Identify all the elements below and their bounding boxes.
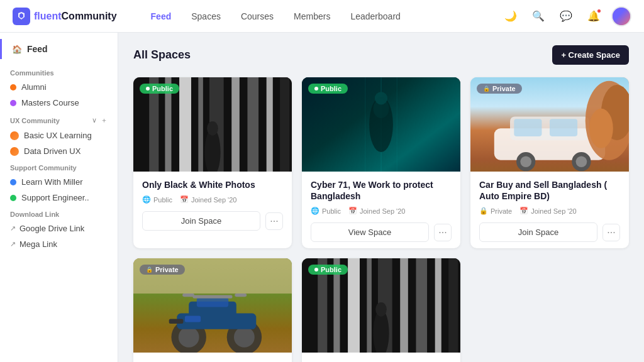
ux-chevron-icon[interactable]: ∨: [92, 116, 97, 124]
view-space-button-cyber71[interactable]: View Space: [311, 222, 429, 242]
svg-rect-54: [435, 258, 441, 353]
sidebar-item-alumni-label: Alumni: [21, 82, 47, 92]
ux-add-icon[interactable]: ＋: [101, 116, 108, 125]
globe-icon: 🌐: [142, 195, 151, 204]
nav-item-spaces[interactable]: Spaces: [182, 8, 230, 25]
bell-icon[interactable]: 🔔: [584, 6, 604, 26]
svg-rect-53: [416, 258, 427, 353]
nav-item-feed[interactable]: Feed: [142, 8, 180, 25]
sidebar-item-learn-miller-label: Learn With Miller: [21, 177, 83, 187]
page-title: All Spaces: [133, 48, 191, 62]
sidebar-item-support-engineer[interactable]: Support Engineer..: [0, 190, 118, 206]
sidebar-item-learn-miller[interactable]: Learn With Miller: [0, 174, 118, 190]
svg-rect-33: [133, 258, 292, 293]
card-bw-photos-title: Only Black & White Photos: [142, 179, 283, 190]
logo-icon: [13, 8, 30, 25]
card-car-bd: 🔒 Private: [470, 77, 629, 248]
nav-item-leaderboard[interactable]: Leaderboard: [341, 8, 409, 25]
nav: Feed Spaces Courses Members Leaderboard: [142, 8, 501, 25]
avatar[interactable]: [611, 6, 631, 26]
card-bw-photos-body: Only Black & White Photos 🌐 Public 📅 Joi…: [133, 172, 292, 237]
home-icon: 🏠: [12, 45, 22, 54]
card-lifan-image: 🔒 Private: [133, 258, 292, 353]
card-cyber71-body: Cyber 71, We Work to protect Bangladesh …: [302, 172, 460, 248]
more-options-button-bw[interactable]: ···: [265, 212, 283, 230]
chat-icon[interactable]: 💬: [556, 6, 576, 26]
svg-rect-4: [198, 77, 203, 172]
public-badge-dot: [146, 87, 150, 90]
card-car-joined: 📅 Joined Sep '20: [519, 207, 576, 215]
join-space-button-car[interactable]: Join Space: [479, 222, 597, 242]
spaces-grid: Public: [133, 77, 629, 362]
basic-ux-avatar: [10, 131, 19, 140]
svg-point-35: [179, 327, 199, 348]
more-options-button-car[interactable]: ···: [602, 224, 620, 241]
search-icon[interactable]: 🔍: [528, 6, 548, 26]
card-lifan: 🔒 Private: [133, 258, 292, 362]
card-cyber71: Public: [302, 77, 460, 248]
card-car-badge-label: Private: [492, 85, 516, 92]
nav-item-courses[interactable]: Courses: [232, 8, 282, 25]
support-engineer-dot: [10, 195, 16, 201]
svg-rect-43: [193, 295, 233, 299]
card-cyber71-visibility: 🌐 Public: [311, 207, 341, 215]
dark-mode-icon[interactable]: 🌙: [501, 6, 521, 26]
lock-icon-2: 🔒: [479, 207, 488, 215]
create-space-button[interactable]: + Create Space: [552, 45, 629, 65]
header: fluentCommunity Feed Spaces Courses Memb…: [0, 0, 644, 33]
sidebar-item-support-engineer-label: Support Engineer..: [21, 193, 89, 202]
svg-point-28: [576, 156, 587, 167]
card-car-meta: 🔒 Private 📅 Joined Sep '20: [479, 207, 620, 215]
sidebar-item-basic-ux[interactable]: Basic UX Learning: [0, 128, 118, 143]
svg-point-31: [589, 109, 613, 148]
sidebar-item-mega-link[interactable]: ↗ Mega Link: [0, 236, 118, 252]
sidebar-item-masters[interactable]: Masters Course: [0, 95, 118, 111]
header-actions: 🌙 🔍 💬 🔔: [501, 6, 631, 26]
card-car-body: Car Buy and Sell Bangladesh ( Auto Empir…: [470, 172, 629, 248]
masters-dot: [10, 100, 16, 106]
svg-rect-55: [448, 258, 458, 353]
nav-item-members[interactable]: Members: [285, 8, 339, 25]
card-lifan-body: Lifan K19 Users Club of Bangladesh 🔒 Pri…: [133, 353, 292, 362]
sidebar-item-basic-ux-label: Basic UX Learning: [24, 131, 92, 140]
app-container: fluentCommunity Feed Spaces Courses Memb…: [0, 0, 644, 362]
card-bw-photos-meta: 🌐 Public 📅 Joined Sep '20: [142, 195, 283, 204]
card-cyber71-image: Public: [302, 77, 460, 172]
public-badge-dot-3: [314, 268, 318, 272]
card-bw-photos-actions: Join Space ···: [142, 211, 283, 231]
main-content: All Spaces + Create Space Public: [118, 33, 644, 362]
card-bw-photos-2-badge: Public: [308, 265, 348, 275]
calendar-icon-3: 📅: [519, 207, 528, 215]
card-car-title: Car Buy and Sell Bangladesh ( Auto Empir…: [479, 179, 620, 202]
svg-rect-6: [231, 77, 240, 172]
svg-rect-8: [267, 77, 273, 172]
svg-point-57: [375, 302, 387, 317]
svg-rect-50: [367, 258, 372, 353]
sidebar-item-alumni[interactable]: Alumni: [0, 79, 118, 95]
svg-rect-3: [179, 77, 191, 172]
card-cyber71-actions: View Space ···: [311, 222, 452, 242]
more-options-button-cyber71[interactable]: ···: [434, 224, 452, 241]
svg-rect-52: [400, 258, 408, 353]
svg-rect-40: [197, 298, 228, 307]
calendar-icon: 📅: [180, 195, 189, 204]
card-car-visibility: 🔒 Private: [479, 207, 512, 215]
lock-icon-lifan: 🔒: [146, 266, 153, 273]
card-bw-photos-image: Public: [133, 77, 292, 172]
learn-miller-dot: [10, 179, 16, 185]
card-bw-photos-2-badge-label: Public: [321, 266, 341, 273]
lock-icon: 🔒: [483, 85, 490, 92]
ux-section-header: UX Community ∨ ＋: [0, 111, 118, 128]
svg-point-37: [234, 327, 255, 348]
sidebar-feed-label: Feed: [27, 44, 48, 54]
svg-rect-45: [235, 293, 247, 297]
card-car-actions: Join Space ···: [479, 222, 620, 242]
logo[interactable]: fluentCommunity: [13, 8, 117, 25]
ux-section-label: UX Community: [10, 117, 60, 124]
page-header: All Spaces + Create Space: [133, 45, 629, 65]
sidebar-feed[interactable]: 🏠 Feed: [0, 39, 118, 59]
sidebar: 🏠 Feed Communities Alumni Masters Course…: [0, 33, 118, 362]
join-space-button-bw[interactable]: Join Space: [142, 211, 260, 231]
sidebar-item-data-driven[interactable]: Data Driven UX: [0, 143, 118, 159]
sidebar-item-google-drive[interactable]: ↗ Google Drive Link: [0, 221, 118, 236]
